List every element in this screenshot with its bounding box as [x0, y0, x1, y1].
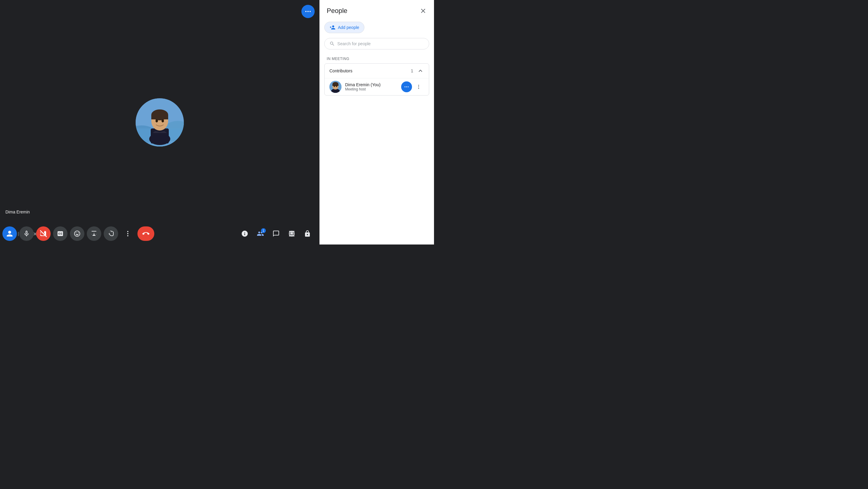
add-people-button[interactable]: Add people [324, 22, 364, 33]
in-meeting-label: IN MEETING [319, 54, 434, 63]
svg-rect-27 [333, 84, 338, 86]
present-icon [90, 230, 98, 237]
contributors-header[interactable]: Contributors 1 [324, 64, 429, 78]
person-more-button[interactable] [401, 82, 412, 92]
end-call-button[interactable] [137, 226, 154, 241]
emoji-icon [73, 230, 81, 237]
svg-point-31 [406, 87, 407, 87]
person-dots-icon [404, 84, 409, 90]
people-badge: 1 [261, 228, 266, 233]
person-info: Dima Eremin (You) Meeting host [345, 82, 398, 91]
lock-icon [304, 230, 311, 237]
bottom-right-icons: 1 [157, 226, 319, 241]
panel-header: People [319, 0, 434, 19]
svg-point-35 [418, 88, 419, 89]
svg-point-13 [161, 119, 164, 122]
person-avatar [330, 81, 341, 93]
activities-button[interactable] [284, 226, 299, 241]
svg-point-15 [127, 231, 128, 232]
svg-point-2 [310, 11, 311, 12]
add-people-label: Add people [338, 25, 359, 30]
close-icon [420, 7, 427, 14]
person-role: Meeting host [345, 87, 398, 91]
camera-off-icon [40, 230, 47, 237]
info-icon [241, 230, 248, 237]
contributors-title: Contributors [330, 68, 352, 73]
participant-avatar [135, 98, 184, 147]
chevron-up-icon [417, 67, 424, 74]
svg-point-21 [293, 233, 293, 234]
svg-point-32 [408, 87, 409, 87]
search-icon [330, 41, 335, 47]
chat-icon [273, 230, 280, 237]
svg-rect-8 [151, 128, 169, 144]
emoji-button[interactable] [70, 226, 84, 241]
present-button[interactable] [87, 226, 101, 241]
three-dots-icon [124, 230, 131, 237]
person-vertical-dots-icon [416, 84, 421, 90]
people-button[interactable]: 1 [253, 226, 268, 241]
captions-icon [57, 230, 64, 237]
person-icon [6, 230, 13, 237]
camera-button[interactable] [36, 226, 51, 241]
svg-point-12 [156, 119, 158, 122]
participant-name-label: Dima Eremin [5, 210, 30, 214]
add-person-icon [330, 24, 336, 30]
svg-point-34 [418, 87, 419, 87]
svg-point-16 [127, 233, 128, 234]
svg-point-0 [305, 11, 307, 12]
more-options-ctrl-button[interactable] [121, 226, 135, 241]
host-controls-button[interactable] [300, 226, 315, 241]
svg-point-17 [127, 235, 128, 236]
person-actions [401, 82, 424, 92]
raise-hand-button[interactable] [104, 226, 118, 241]
svg-rect-11 [151, 115, 168, 119]
more-options-button[interactable] [301, 5, 315, 18]
info-button[interactable] [238, 226, 252, 241]
person-row: Dima Eremin (You) Meeting host [324, 78, 429, 95]
microphone-button[interactable] [19, 226, 34, 241]
raise-hand-icon [107, 230, 115, 237]
avatar-image [135, 98, 184, 147]
close-panel-button[interactable] [417, 5, 429, 17]
svg-point-20 [291, 233, 292, 234]
contributors-right: 1 [411, 67, 424, 74]
contributors-count: 1 [411, 68, 413, 73]
svg-point-1 [307, 11, 309, 12]
svg-point-30 [404, 87, 405, 87]
more-options-top [301, 5, 315, 18]
search-box [324, 38, 429, 50]
person-options-button[interactable] [413, 82, 424, 92]
captions-button[interactable] [53, 226, 67, 241]
svg-point-29 [336, 86, 337, 87]
svg-point-33 [418, 85, 419, 86]
participant-button[interactable] [2, 226, 17, 241]
search-input[interactable] [337, 41, 424, 46]
panel-title: People [327, 7, 347, 15]
video-area: Dima Eremin 17:02 | mmw-ooxy-fbm [0, 0, 319, 245]
person-name: Dima Eremin (You) [345, 82, 398, 87]
people-panel: People Add people IN MEETING Contributor… [319, 0, 434, 245]
more-dots-icon [304, 8, 312, 15]
activities-icon [288, 230, 296, 237]
end-call-icon [142, 230, 150, 237]
microphone-icon [23, 230, 30, 237]
svg-point-19 [290, 233, 291, 234]
chat-button[interactable] [269, 226, 283, 241]
person-avatar-image [330, 81, 341, 93]
contributors-section: Contributors 1 [324, 63, 429, 96]
svg-point-28 [334, 86, 335, 87]
controls-center [2, 226, 154, 241]
bottom-toolbar: 17:02 | mmw-ooxy-fbm [0, 223, 157, 245]
